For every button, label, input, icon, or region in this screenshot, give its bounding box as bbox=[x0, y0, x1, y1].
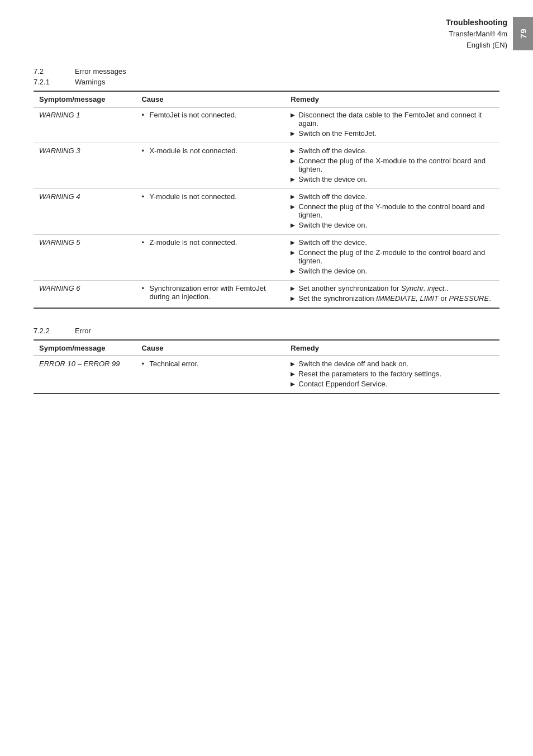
section-721-number: 7.2.1 bbox=[34, 78, 61, 86]
list-item: Switch the device on. bbox=[291, 175, 494, 183]
section-72-label: Error messages bbox=[75, 67, 126, 75]
table-row: WARNING 5 Z-module is not connected. Swi… bbox=[34, 235, 499, 281]
list-item: Synchronization error with FemtoJet duri… bbox=[141, 284, 279, 301]
list-item: Switch off the device. bbox=[291, 147, 494, 155]
symptom-warning1: WARNING 1 bbox=[34, 107, 136, 143]
list-item: Connect the plug of the Z-module to the … bbox=[291, 248, 494, 265]
col-header-remedy-error: Remedy bbox=[285, 340, 499, 356]
list-item: Reset the parameters to the factory sett… bbox=[291, 370, 494, 378]
col-header-cause-error: Cause bbox=[136, 340, 285, 356]
cause-warning3: X-module is not connected. bbox=[136, 143, 285, 189]
symptom-warning5: WARNING 5 bbox=[34, 235, 136, 281]
page-number-tab: 79 bbox=[513, 17, 533, 50]
header-text: Troubleshooting TransferMan® 4m English … bbox=[446, 17, 513, 50]
header-product: TransferMan® 4m bbox=[446, 29, 507, 40]
list-item: Z-module is not connected. bbox=[141, 238, 279, 247]
remedy-warning4: Switch off the device. Connect the plug … bbox=[285, 189, 499, 235]
remedy-warning1: Disconnect the data cable to the FemtoJe… bbox=[285, 107, 499, 143]
list-item: Switch on the FemtoJet. bbox=[291, 129, 494, 138]
symptom-warning3: WARNING 3 bbox=[34, 143, 136, 189]
section-721-label: Warnings bbox=[75, 78, 105, 86]
table-row: WARNING 4 Y-module is not connected. Swi… bbox=[34, 189, 499, 235]
cause-warning4: Y-module is not connected. bbox=[136, 189, 285, 235]
remedy-warning6: Set another synchronization for Synchr. … bbox=[285, 281, 499, 309]
symptom-error: ERROR 10 – ERROR 99 bbox=[34, 356, 136, 394]
section-72-number: 7.2 bbox=[34, 67, 61, 75]
list-item: Y-module is not connected. bbox=[141, 192, 279, 201]
list-item: Technical error. bbox=[141, 360, 279, 368]
section-722-label: Error bbox=[75, 327, 91, 335]
cause-warning6: Synchronization error with FemtoJet duri… bbox=[136, 281, 285, 309]
col-header-symptom-error: Symptom/message bbox=[34, 340, 136, 356]
header-title: Troubleshooting bbox=[446, 17, 507, 29]
table-row: ERROR 10 – ERROR 99 Technical error. Swi… bbox=[34, 356, 499, 394]
page-container: Troubleshooting TransferMan® 4m English … bbox=[0, 0, 533, 756]
table-row: WARNING 1 FemtoJet is not connected. Dis… bbox=[34, 107, 499, 143]
symptom-warning4: WARNING 4 bbox=[34, 189, 136, 235]
list-item: Connect the plug of the Y-module to the … bbox=[291, 202, 494, 219]
section-721-heading: 7.2.1 Warnings bbox=[34, 78, 499, 86]
list-item: FemtoJet is not connected. bbox=[141, 111, 279, 119]
list-item: Switch off the device. bbox=[291, 192, 494, 201]
warnings-table: Symptom/message Cause Remedy WARNING 1 F… bbox=[34, 91, 499, 309]
remedy-warning5: Switch off the device. Connect the plug … bbox=[285, 235, 499, 281]
header-language: English (EN) bbox=[446, 40, 507, 51]
list-item: Set the synchronization IMMEDIATE, LIMIT… bbox=[291, 294, 494, 303]
table-row: WARNING 6 Synchronization error with Fem… bbox=[34, 281, 499, 309]
remedy-warning3: Switch off the device. Connect the plug … bbox=[285, 143, 499, 189]
section-722-heading: 7.2.2 Error bbox=[34, 327, 499, 335]
remedy-error: Switch the device off and back on. Reset… bbox=[285, 356, 499, 394]
col-header-remedy: Remedy bbox=[285, 91, 499, 107]
section-722-number: 7.2.2 bbox=[34, 327, 61, 335]
list-item: Connect the plug of the X-module to the … bbox=[291, 157, 494, 173]
symptom-warning6: WARNING 6 bbox=[34, 281, 136, 309]
table-row: WARNING 3 X-module is not connected. Swi… bbox=[34, 143, 499, 189]
list-item: Disconnect the data cable to the FemtoJe… bbox=[291, 111, 494, 127]
list-item: Set another synchronization for Synchr. … bbox=[291, 284, 494, 292]
list-item: Contact Eppendorf Service. bbox=[291, 380, 494, 388]
col-header-cause: Cause bbox=[136, 91, 285, 107]
list-item: Switch the device on. bbox=[291, 267, 494, 275]
list-item: Switch the device off and back on. bbox=[291, 360, 494, 368]
error-table: Symptom/message Cause Remedy ERROR 10 – … bbox=[34, 339, 499, 394]
list-item: X-module is not connected. bbox=[141, 147, 279, 155]
cause-error: Technical error. bbox=[136, 356, 285, 394]
page-header: Troubleshooting TransferMan® 4m English … bbox=[446, 17, 533, 50]
section-72-heading: 7.2 Error messages bbox=[34, 67, 499, 75]
list-item: Switch the device on. bbox=[291, 221, 494, 229]
cause-warning5: Z-module is not connected. bbox=[136, 235, 285, 281]
cause-warning1: FemtoJet is not connected. bbox=[136, 107, 285, 143]
list-item: Switch off the device. bbox=[291, 238, 494, 247]
col-header-symptom: Symptom/message bbox=[34, 91, 136, 107]
